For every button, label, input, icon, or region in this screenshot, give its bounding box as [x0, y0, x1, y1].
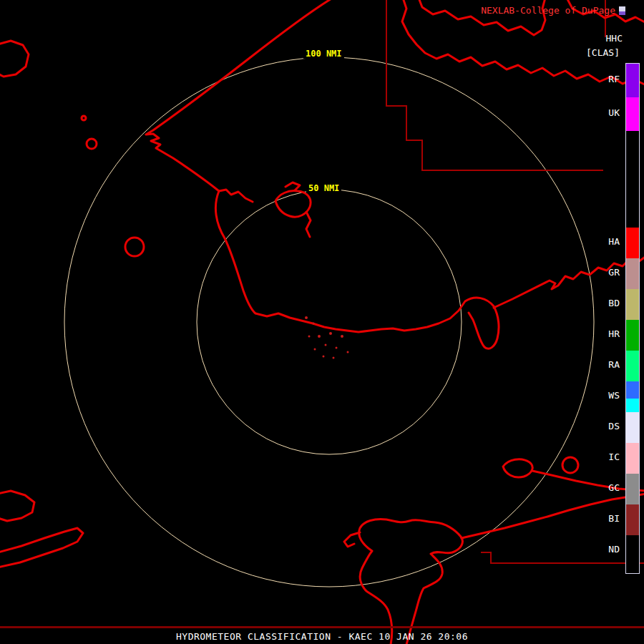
legend-label-gr: GR: [601, 268, 620, 278]
legend-seg-bi: [626, 504, 639, 535]
coastlines: [0, 0, 644, 644]
legend-seg-ds: [626, 412, 639, 443]
legend-label-uk: UK: [601, 108, 620, 118]
legend-label-ha: HA: [601, 237, 620, 247]
product-code: HHC: [606, 33, 623, 44]
legend-colorbar: [625, 63, 640, 574]
brand-label: NEXLAB-College of DuPage: [481, 5, 615, 16]
legend-seg-ra: [626, 351, 639, 381]
legend-label-bi: BI: [601, 514, 620, 524]
product-mode: [CLAS]: [586, 47, 620, 58]
legend-seg-gr: [626, 258, 639, 289]
legend-seg-ha: [626, 228, 639, 258]
brand-text: NEXLAB-College of DuPage: [481, 5, 625, 16]
ring-label-100nmi: 100 NMI: [303, 49, 344, 59]
legend-label-ws: WS: [601, 391, 620, 401]
legend-label-ra: RA: [601, 360, 620, 370]
legend-seg-uk: [626, 97, 639, 131]
legend-seg-hr: [626, 320, 639, 351]
legend-label-rf: RF: [601, 74, 620, 84]
legend-seg-ic: [626, 443, 639, 474]
ring-label-50nmi: 50 NMI: [306, 183, 341, 193]
legend-label-ic: IC: [601, 452, 620, 462]
footer-rule: [0, 626, 644, 628]
range-ring-50nmi: [197, 190, 462, 454]
legend-seg-gap: [626, 131, 639, 228]
footer-title: HYDROMETEOR CLASSIFICATION - KAEC 10 JAN…: [0, 631, 644, 642]
radar-display: NEXLAB-College of DuPage HHC [CLAS] 100 …: [0, 0, 644, 644]
county-boundaries: [386, 0, 644, 563]
legend-seg-gc: [626, 474, 639, 504]
range-ring-100nmi: [64, 57, 594, 587]
cod-logo-icon: [619, 6, 625, 15]
legend-label-hr: HR: [601, 329, 620, 339]
legend-seg-nd: [626, 535, 639, 566]
legend-seg-bd: [626, 289, 639, 320]
range-rings: [64, 57, 594, 587]
legend-seg-ws: [626, 381, 639, 412]
legend-label-nd: ND: [601, 545, 620, 555]
legend-label-bd: BD: [601, 298, 620, 308]
legend-label-ds: DS: [601, 421, 620, 431]
legend-seg-rf: [626, 64, 639, 97]
radar-map: [0, 0, 644, 644]
legend-label-gc: GC: [601, 483, 620, 493]
